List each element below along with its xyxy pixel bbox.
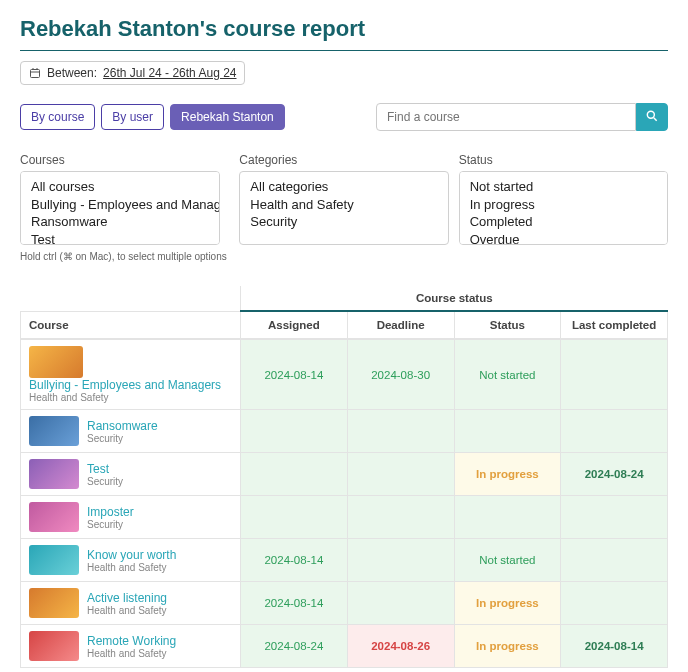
table-row: Bullying - Employees and ManagersHealth … (21, 339, 668, 410)
data-cell (561, 339, 668, 410)
filter-option[interactable]: All categories (248, 178, 439, 196)
filter-option[interactable]: Health and Safety (248, 196, 439, 214)
course-category: Health and Safety (87, 648, 176, 659)
course-thumb (29, 416, 79, 446)
course-thumb (29, 502, 79, 532)
status-filter[interactable]: Not startedIn progressCompletedOverdue (459, 171, 668, 245)
course-link[interactable]: Imposter (87, 505, 134, 519)
group-header: Course status (241, 286, 668, 311)
by-course-tab[interactable]: By course (20, 104, 95, 130)
data-cell: 2024-08-14 (241, 339, 348, 410)
course-thumb (29, 459, 79, 489)
col-last: Last completed (561, 311, 668, 339)
filter-option[interactable]: Ransomware (29, 213, 211, 231)
course-link[interactable]: Bullying - Employees and Managers (29, 378, 232, 392)
course-category: Security (87, 519, 134, 530)
course-thumb (29, 545, 79, 575)
col-status: Status (454, 311, 561, 339)
course-link[interactable]: Know your worth (87, 548, 176, 562)
data-cell: 2024-08-30 (347, 339, 454, 410)
data-cell (241, 496, 348, 539)
filter-option[interactable]: Not started (468, 178, 659, 196)
filter-option[interactable]: Overdue (468, 231, 659, 245)
by-user-tab[interactable]: By user (101, 104, 164, 130)
svg-rect-0 (31, 70, 40, 78)
data-cell (347, 582, 454, 625)
course-thumb (29, 631, 79, 661)
data-cell (454, 410, 561, 453)
filter-option[interactable]: Bullying - Employees and Managers (29, 196, 211, 214)
table-row: Remote WorkingHealth and Safety2024-08-2… (21, 625, 668, 668)
table-row: ImposterSecurity (21, 496, 668, 539)
table-row: Know your worthHealth and Safety2024-08-… (21, 539, 668, 582)
courses-filter-label: Courses (20, 153, 229, 167)
data-cell: In progress (454, 582, 561, 625)
data-cell (347, 453, 454, 496)
status-filter-label: Status (459, 153, 668, 167)
course-category: Health and Safety (87, 562, 176, 573)
search-icon (645, 109, 659, 126)
data-cell: Not started (454, 339, 561, 410)
col-deadline: Deadline (347, 311, 454, 339)
filter-option[interactable]: Completed (468, 213, 659, 231)
course-link[interactable]: Remote Working (87, 634, 176, 648)
data-cell (347, 410, 454, 453)
page-title: Rebekah Stanton's course report (20, 16, 668, 42)
title-divider (20, 50, 668, 51)
report-table: Course status Course Assigned Deadline S… (20, 286, 668, 668)
course-category: Health and Safety (29, 392, 232, 403)
col-course: Course (21, 311, 241, 339)
table-row: TestSecurityIn progress2024-08-24 (21, 453, 668, 496)
data-cell (347, 496, 454, 539)
course-link[interactable]: Test (87, 462, 123, 476)
table-row: Active listeningHealth and Safety2024-08… (21, 582, 668, 625)
course-category: Security (87, 433, 158, 444)
date-range-badge[interactable]: Between: 26th Jul 24 - 26th Aug 24 (20, 61, 245, 85)
active-user-tab[interactable]: Rebekah Stanton (170, 104, 285, 130)
course-category: Security (87, 476, 123, 487)
col-assigned: Assigned (241, 311, 348, 339)
filter-option[interactable]: All courses (29, 178, 211, 196)
categories-filter-label: Categories (239, 153, 448, 167)
data-cell (241, 410, 348, 453)
courses-filter[interactable]: All coursesBullying - Employees and Mana… (20, 171, 220, 245)
table-row: RansomwareSecurity (21, 410, 668, 453)
data-cell: 2024-08-24 (561, 453, 668, 496)
filter-option[interactable]: Security (248, 213, 439, 231)
help-text: Hold ctrl (⌘ on Mac), to select multiple… (20, 251, 668, 262)
data-cell (561, 410, 668, 453)
data-cell: 2024-08-26 (347, 625, 454, 668)
svg-point-4 (647, 111, 654, 118)
date-range-label: Between: (47, 66, 97, 80)
course-thumb (29, 588, 79, 618)
filter-option[interactable]: In progress (468, 196, 659, 214)
search-button[interactable] (636, 103, 668, 131)
filter-option[interactable]: Test (29, 231, 211, 245)
data-cell (561, 496, 668, 539)
data-cell: 2024-08-14 (561, 625, 668, 668)
data-cell: In progress (454, 453, 561, 496)
data-cell (347, 539, 454, 582)
data-cell (561, 582, 668, 625)
data-cell: Not started (454, 539, 561, 582)
data-cell: 2024-08-24 (241, 625, 348, 668)
search-input[interactable] (376, 103, 636, 131)
course-link[interactable]: Ransomware (87, 419, 158, 433)
data-cell (454, 496, 561, 539)
data-cell: 2024-08-14 (241, 539, 348, 582)
course-link[interactable]: Active listening (87, 591, 167, 605)
course-category: Health and Safety (87, 605, 167, 616)
date-range-link[interactable]: 26th Jul 24 - 26th Aug 24 (103, 66, 236, 80)
data-cell (241, 453, 348, 496)
data-cell: In progress (454, 625, 561, 668)
calendar-icon (29, 67, 41, 79)
data-cell (561, 539, 668, 582)
course-thumb (29, 346, 83, 378)
data-cell: 2024-08-14 (241, 582, 348, 625)
categories-filter[interactable]: All categoriesHealth and SafetySecurity (239, 171, 448, 245)
svg-line-5 (654, 117, 657, 120)
